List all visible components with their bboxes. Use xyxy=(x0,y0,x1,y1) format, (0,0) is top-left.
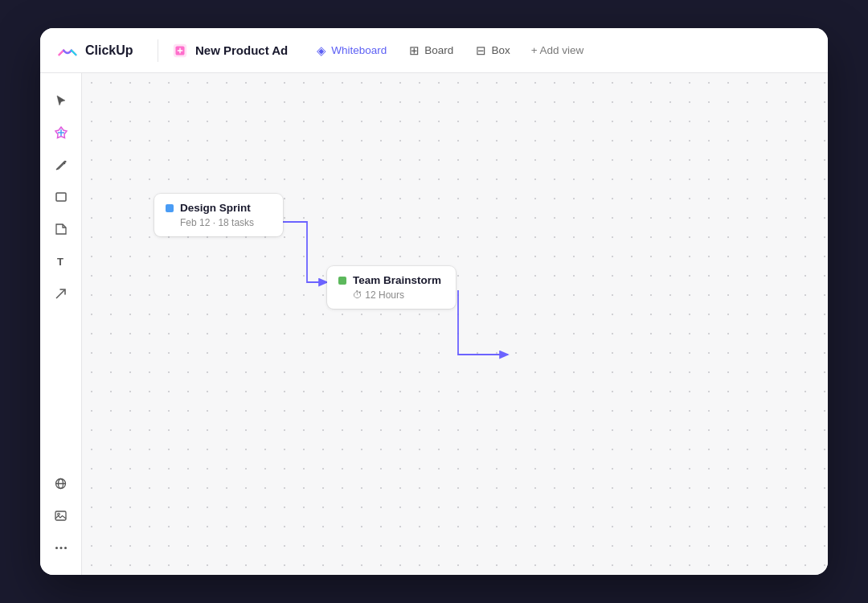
team-brainstorm-dot xyxy=(338,277,346,285)
cursor-tool[interactable] xyxy=(47,86,76,115)
team-brainstorm-icon: ⏱ xyxy=(353,289,365,301)
arrow-tool[interactable] xyxy=(47,279,76,308)
sticky-note-tool[interactable] xyxy=(47,215,76,244)
tab-board-label: Board xyxy=(424,44,453,56)
connector-svg xyxy=(82,73,828,575)
tab-board[interactable]: ⊞ Board xyxy=(399,39,463,63)
tab-whiteboard[interactable]: ◈ Whiteboard xyxy=(307,39,396,63)
design-sprint-meta: Feb 12 · 18 tasks xyxy=(166,217,272,228)
connector-2 xyxy=(458,290,508,355)
svg-rect-10 xyxy=(55,511,66,520)
project-title: New Product Ad xyxy=(195,43,288,57)
clickup-logo-icon xyxy=(56,39,79,62)
whiteboard-canvas[interactable]: Design Sprint Feb 12 · 18 tasks Team Bra… xyxy=(82,73,828,575)
project-title-section: New Product Ad xyxy=(171,42,288,59)
header: ClickUp New Product Ad ◈ Whiteboard ⊞ Bo… xyxy=(40,28,828,73)
whiteboard-icon: ◈ xyxy=(317,43,326,58)
toolbar: T xyxy=(40,73,82,575)
team-brainstorm-card-header: Team Brainstorm xyxy=(338,274,444,286)
logo-text: ClickUp xyxy=(85,43,133,58)
globe-tool[interactable] xyxy=(47,469,76,498)
team-brainstorm-meta: ⏱ 12 Hours xyxy=(338,289,444,301)
header-divider xyxy=(158,39,158,62)
team-brainstorm-card[interactable]: Team Brainstorm ⏱ 12 Hours xyxy=(327,266,456,309)
main: T xyxy=(40,73,828,575)
svg-point-14 xyxy=(64,547,67,549)
tab-whiteboard-label: Whiteboard xyxy=(331,44,387,56)
svg-text:T: T xyxy=(57,256,63,268)
rectangle-tool[interactable] xyxy=(47,183,76,211)
logo[interactable]: ClickUp xyxy=(56,39,145,62)
text-tool[interactable]: T xyxy=(47,247,76,276)
team-brainstorm-title: Team Brainstorm xyxy=(353,274,441,286)
team-brainstorm-time: 12 Hours xyxy=(365,289,404,301)
svg-point-12 xyxy=(55,547,58,549)
add-view-button[interactable]: + Add view xyxy=(523,39,592,61)
nav-tabs: ◈ Whiteboard ⊞ Board ⊟ Box + Add view xyxy=(307,39,592,63)
design-sprint-card[interactable]: Design Sprint Feb 12 · 18 tasks xyxy=(154,194,283,236)
design-sprint-card-header: Design Sprint xyxy=(166,202,272,214)
pen-tool[interactable] xyxy=(47,150,76,179)
design-sprint-title: Design Sprint xyxy=(180,202,251,214)
image-tool[interactable] xyxy=(47,501,76,530)
app-window: ClickUp New Product Ad ◈ Whiteboard ⊞ Bo… xyxy=(40,28,828,575)
svg-rect-5 xyxy=(56,193,66,201)
design-sprint-tasks: 18 tasks xyxy=(218,217,254,228)
add-view-label: + Add view xyxy=(531,44,584,56)
connector-1 xyxy=(283,222,327,282)
design-sprint-dot xyxy=(166,204,174,212)
design-sprint-date: Feb 12 xyxy=(180,217,210,228)
box-icon: ⊟ xyxy=(476,43,486,58)
tab-box-label: Box xyxy=(491,44,510,56)
more-tool[interactable] xyxy=(47,533,76,562)
svg-point-11 xyxy=(58,513,60,515)
svg-point-13 xyxy=(59,547,62,549)
add-tool[interactable] xyxy=(47,118,76,147)
board-icon: ⊞ xyxy=(409,43,420,58)
project-icon xyxy=(171,42,189,59)
tab-box[interactable]: ⊟ Box xyxy=(466,39,519,63)
